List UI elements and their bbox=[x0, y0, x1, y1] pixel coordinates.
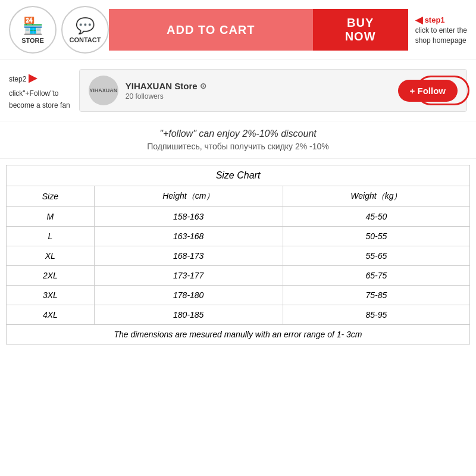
discount-text: "+follow" can enjoy 2%-10% discount bbox=[9, 129, 467, 139]
col-header-height: Height（cm） bbox=[94, 186, 283, 207]
step2-desc-line1: click"+Follow"to bbox=[9, 89, 59, 98]
table-cell: 65-75 bbox=[283, 266, 469, 286]
store-info: YIHAXUAN Store ⊙ 20 followers bbox=[126, 81, 391, 101]
follow-button[interactable]: + Follow bbox=[398, 80, 458, 102]
step2-label: step2 ▶ bbox=[9, 75, 37, 83]
store-logo: YIHAXUAN bbox=[89, 76, 118, 105]
table-cell: 55-65 bbox=[283, 246, 469, 266]
store-followers: 20 followers bbox=[126, 92, 391, 101]
table-row: M158-16345-50 bbox=[7, 207, 470, 227]
store-label: STORE bbox=[21, 37, 44, 44]
size-chart-section: Size Chart Size Height（cm） Weight（kg） M1… bbox=[0, 158, 476, 350]
step1-arrow: ◀ step1 bbox=[415, 14, 445, 26]
table-cell: 85-95 bbox=[283, 305, 469, 325]
contact-label: CONTACT bbox=[70, 36, 101, 43]
store-icon: 🏪 bbox=[23, 16, 43, 36]
table-cell: 178-180 bbox=[94, 286, 283, 305]
table-cell: 3XL bbox=[7, 286, 95, 305]
arrow-right-icon: ▶ bbox=[29, 72, 37, 84]
store-banner: YIHAXUAN YIHAXUAN Store ⊙ 20 followers +… bbox=[79, 69, 467, 112]
table-cell: 168-173 bbox=[94, 246, 283, 266]
arrow-left-icon: ◀ bbox=[415, 14, 422, 26]
table-row: 2XL173-17765-75 bbox=[7, 266, 470, 286]
discount-section: "+follow" can enjoy 2%-10% discount Подп… bbox=[0, 121, 476, 158]
table-row: 4XL180-18585-95 bbox=[7, 305, 470, 325]
table-cell: 45-50 bbox=[283, 207, 469, 227]
table-cell: 2XL bbox=[7, 266, 95, 286]
chat-icon: 💬 bbox=[76, 17, 95, 35]
store-link-icon: ⊙ bbox=[200, 82, 206, 90]
step2-text: step2 ▶ click"+Follow"to become a store … bbox=[9, 69, 70, 111]
add-to-cart-button[interactable]: ADD TO CART bbox=[109, 9, 313, 51]
step2-section: step2 ▶ click"+Follow"to become a store … bbox=[0, 60, 476, 121]
step1-label: step1 bbox=[425, 15, 445, 24]
table-cell: 173-177 bbox=[94, 266, 283, 286]
table-cell: 158-163 bbox=[94, 207, 283, 227]
step1-desc-line1: click to enter the bbox=[415, 26, 467, 35]
table-cell: 163-168 bbox=[94, 227, 283, 246]
col-header-size: Size bbox=[7, 186, 95, 207]
top-section: 🏪 STORE 💬 CONTACT ADD TO CART BUY NOW ◀ … bbox=[0, 0, 476, 60]
table-row: XL168-17355-65 bbox=[7, 246, 470, 266]
table-cell: 50-55 bbox=[283, 227, 469, 246]
discount-russian-text: Подпишитесь, чтобы получить скидку 2% -1… bbox=[9, 142, 467, 151]
step1-info: ◀ step1 click to enter the shop homepage bbox=[415, 14, 467, 46]
step1-desc-line2: shop homepage bbox=[415, 36, 466, 45]
table-cell: L bbox=[7, 227, 95, 246]
table-row: 3XL178-18075-85 bbox=[7, 286, 470, 305]
store-button[interactable]: 🏪 STORE bbox=[9, 6, 57, 54]
table-cell: XL bbox=[7, 246, 95, 266]
size-chart-title: Size Chart bbox=[7, 165, 470, 186]
contact-button[interactable]: 💬 CONTACT bbox=[61, 6, 109, 54]
size-chart-note: The dimensions are mesured manully with … bbox=[7, 325, 470, 345]
table-row: L163-16850-55 bbox=[7, 227, 470, 246]
step2-desc-line2: become a store fan bbox=[9, 101, 70, 109]
table-cell: M bbox=[7, 207, 95, 227]
step1-description: click to enter the shop homepage bbox=[415, 26, 467, 46]
table-cell: 4XL bbox=[7, 305, 95, 325]
size-chart-table: Size Chart Size Height（cm） Weight（kg） M1… bbox=[6, 165, 470, 345]
col-header-weight: Weight（kg） bbox=[283, 186, 469, 207]
store-name: YIHAXUAN Store ⊙ bbox=[126, 81, 391, 91]
buy-now-button[interactable]: BUY NOW bbox=[313, 9, 408, 51]
table-cell: 180-185 bbox=[94, 305, 283, 325]
table-cell: 75-85 bbox=[283, 286, 469, 305]
